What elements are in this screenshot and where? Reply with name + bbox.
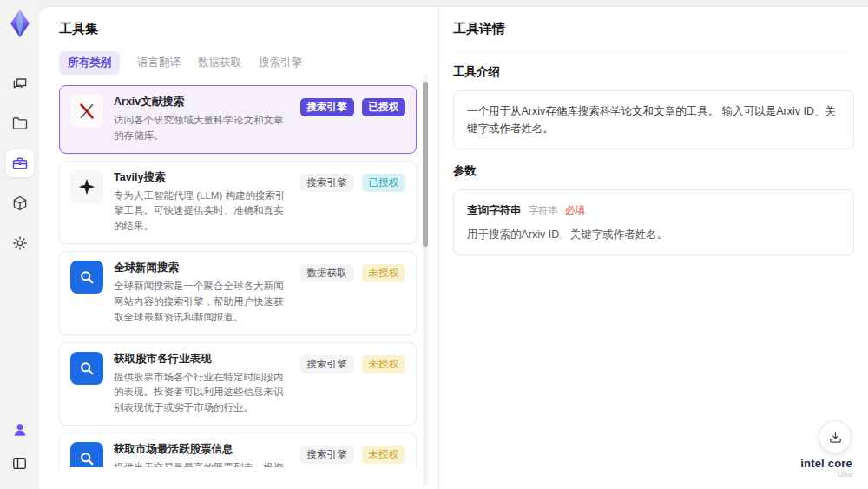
intro-heading: 工具介绍 [453, 64, 854, 80]
tool-description: 提供股票市场各个行业在特定时间段内的表现。投资者可以利用这些信息来识别表现优于或… [114, 370, 292, 416]
intro-text: 一个用于从Arxiv存储库搜索科学论文和文章的工具。 输入可以是Arxiv ID… [467, 105, 836, 135]
category-badge: 搜索引擎 [300, 355, 354, 373]
tool-card[interactable]: Tavily搜索 专为人工智能代理 (LLM) 构建的搜索引擎工具。可快速提供实… [59, 161, 417, 244]
scrollbar-track[interactable] [423, 75, 428, 486]
tool-card[interactable]: Arxiv文献搜索 访问各个研究领域大量科学论文和文章的存储库。 搜索引擎 已授… [59, 85, 417, 154]
collapse-sidebar-button[interactable] [6, 449, 34, 477]
app-logo-icon [7, 9, 33, 38]
scrollbar-thumb[interactable] [423, 82, 428, 247]
param-type: 字符串 [529, 202, 559, 218]
param-box: 查询字符串 字符串 必填 用于搜索的Arxiv ID、关键字或作者姓名。 [453, 189, 854, 255]
category-tab[interactable]: 语言翻译 [137, 51, 181, 75]
tool-card[interactable]: 获取市场最活跃股票信息 提供当天交易量最高的股票列表，投资者可以利用这些信息来识… [59, 433, 417, 467]
tool-name: 获取股市各行业表现 [114, 352, 292, 367]
cube-icon [11, 195, 29, 212]
toolbox-icon [11, 155, 29, 172]
content-area: 工具集 所有类别 语言翻译 数据获取 搜索引擎 Arxiv文献搜索 访问各个研究… [39, 7, 868, 489]
intel-core-logo: intel core Ultra [800, 457, 852, 479]
sidebar-item-chat[interactable] [6, 69, 34, 97]
tool-list-pane: 工具集 所有类别 语言翻译 数据获取 搜索引擎 Arxiv文献搜索 访问各个研究… [39, 7, 438, 489]
tool-description: 全球新闻搜索是一个聚合全球各大新闻网站内容的搜索引擎，帮助用户快速获取全球最新资… [114, 279, 292, 325]
sidebar-item-tools[interactable] [6, 149, 34, 177]
category-badge: 搜索引擎 [300, 446, 354, 464]
tool-icon [70, 442, 103, 467]
category-badge: 搜索引擎 [300, 174, 354, 192]
auth-status-badge: 未授权 [362, 446, 406, 464]
param-description: 用于搜索的Arxiv ID、关键字或作者姓名。 [467, 226, 840, 243]
gear-icon [11, 235, 29, 252]
brand-text: intel core [800, 457, 852, 470]
category-tab[interactable]: 数据获取 [198, 51, 241, 75]
tool-description: 访问各个研究领域大量科学论文和文章的存储库。 [114, 113, 292, 144]
tool-description: 提供当天交易量最高的股票列表，投资者可以利用这些信息来识别流动性强的股票和潜在的… [114, 460, 292, 467]
auth-status-badge: 已授权 [362, 98, 406, 116]
user-icon [11, 421, 29, 439]
tool-icon [70, 170, 103, 203]
sidebar-item-settings[interactable] [6, 229, 34, 257]
category-tabs: 所有类别 语言翻译 数据获取 搜索引擎 [59, 51, 438, 75]
app-window: 工具集 所有类别 语言翻译 数据获取 搜索引擎 Arxiv文献搜索 访问各个研究… [0, 0, 868, 489]
chat-icon [11, 75, 29, 92]
details-title: 工具详情 [453, 21, 854, 50]
category-tab[interactable]: 所有类别 [59, 51, 120, 75]
download-button[interactable] [819, 420, 852, 453]
param-name: 查询字符串 [467, 202, 522, 219]
tool-card[interactable]: 获取股市各行业表现 提供股票市场各个行业在特定时间段内的表现。投资者可以利用这些… [59, 342, 417, 426]
tool-name: Tavily搜索 [114, 170, 292, 185]
tool-details-pane: 工具详情 工具介绍 一个用于从Arxiv存储库搜索科学论文和文章的工具。 输入可… [438, 7, 868, 489]
param-required-flag: 必填 [565, 202, 585, 218]
tool-icon [70, 95, 103, 128]
sidebar [0, 0, 39, 489]
tool-icon [70, 352, 103, 385]
intro-box: 一个用于从Arxiv存储库搜索科学论文和文章的工具。 输入可以是Arxiv ID… [453, 90, 854, 149]
sidebar-item-models[interactable] [6, 189, 34, 217]
category-tab[interactable]: 搜索引擎 [259, 51, 302, 75]
user-avatar[interactable] [6, 416, 34, 444]
auth-status-badge: 未授权 [362, 264, 406, 282]
brand-sub-text: Ultra [800, 471, 852, 479]
tool-name: 获取市场最活跃股票信息 [114, 442, 292, 457]
tool-description: 专为人工智能代理 (LLM) 构建的搜索引擎工具。可快速提供实时、准确和真实的结… [114, 188, 292, 235]
tool-card[interactable]: 全球新闻搜索 全球新闻搜索是一个聚合全球各大新闻网站内容的搜索引擎，帮助用户快速… [59, 251, 417, 334]
download-icon [828, 430, 843, 445]
tool-list: Arxiv文献搜索 访问各个研究领域大量科学论文和文章的存储库。 搜索引擎 已授… [59, 85, 417, 467]
auth-status-badge: 未授权 [362, 355, 406, 373]
tool-icon [70, 261, 103, 294]
sidebar-item-files[interactable] [6, 109, 34, 137]
page-title: 工具集 [59, 21, 438, 37]
tool-name: Arxiv文献搜索 [114, 95, 292, 109]
panel-layout-icon [11, 455, 28, 472]
tool-name: 全球新闻搜索 [114, 261, 292, 275]
auth-status-badge: 已授权 [362, 174, 406, 192]
category-badge: 搜索引擎 [300, 98, 354, 116]
category-badge: 数据获取 [300, 264, 354, 282]
folder-icon [11, 115, 29, 132]
params-heading: 参数 [453, 163, 854, 179]
